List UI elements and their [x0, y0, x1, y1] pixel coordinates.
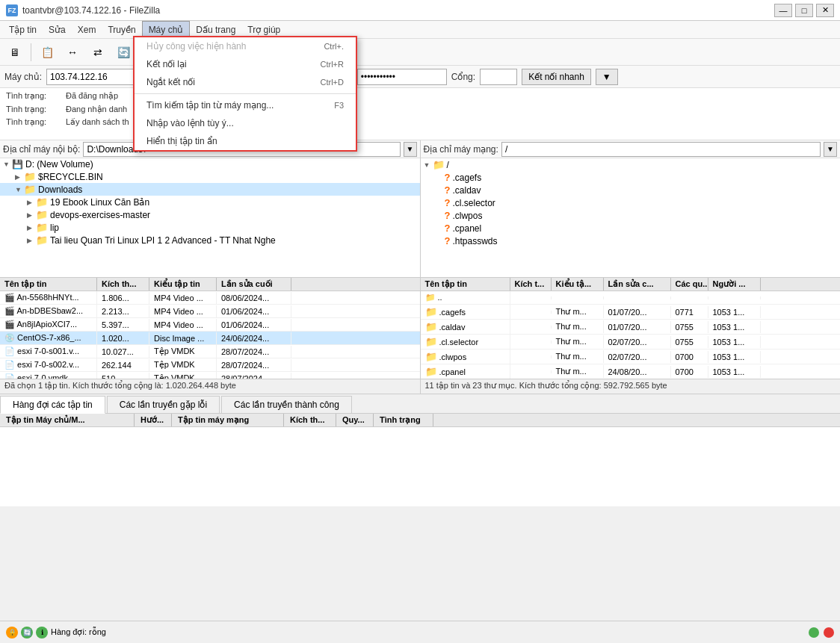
toolbar-open-manager[interactable]: 🖥	[3, 41, 27, 63]
tab-success[interactable]: Các lần truyền thành công	[221, 396, 352, 413]
local-file-3[interactable]: 🎬 An8jIApioXCI7... 5.397... MP4 Video ..…	[0, 318, 420, 332]
menu-search-file[interactable]: Tìm kiếm tập tin từ máy mạng... F3	[135, 96, 356, 114]
local-tree[interactable]: ▼ 💾 D: (New Volume) ▶ 📁 $RECYCLE.BIN ▼ 📁…	[0, 158, 420, 278]
remote-addr-input[interactable]	[501, 142, 821, 157]
local-file-1[interactable]: 🎬 An-5568hHNYt... 1.806... MP4 Video ...…	[0, 291, 420, 305]
host-input[interactable]	[46, 69, 143, 85]
transfer-col-remote[interactable]: Tập tin máy mạng	[172, 414, 284, 426]
menu-reconnect[interactable]: Kết nối lại Ctrl+R	[135, 55, 356, 73]
toolbar-sync[interactable]: ⇄	[86, 41, 110, 63]
toolbar-reconnect[interactable]: 🔄	[111, 41, 135, 63]
col-type-local[interactable]: Kiểu tập tin	[149, 278, 217, 291]
tree-expand-tailieu[interactable]: ▶	[27, 237, 36, 244]
remote-addr-dropdown[interactable]: ▼	[824, 142, 837, 157]
remote-file-parent[interactable]: 📁 ..	[421, 291, 841, 305]
menu-show-hidden[interactable]: Hiển thị tập tin ẩn	[135, 132, 356, 150]
col-owner-remote[interactable]: Người ...	[708, 278, 761, 291]
transfer-col-priority[interactable]: Quy...	[336, 414, 374, 426]
remote-file-clselector[interactable]: 📁 .cl.selector Thư m... 02/07/20... 0755…	[421, 335, 841, 350]
local-file-2[interactable]: 🎬 An-bDBESbaw2... 2.213... MP4 Video ...…	[0, 305, 420, 318]
tab-queue[interactable]: Hàng đợi các tập tin	[0, 396, 105, 414]
col-filename-local[interactable]: Tên tập tin	[0, 278, 97, 291]
question-icon-cpanel: ?	[445, 223, 451, 234]
local-addr-dropdown[interactable]: ▼	[404, 142, 417, 157]
tree-item-clselector[interactable]: ? .cl.selector	[421, 196, 841, 209]
tree-item-htpasswds[interactable]: ? .htpasswds	[421, 234, 841, 247]
minimize-button[interactable]: —	[774, 4, 792, 17]
port-input[interactable]	[480, 69, 517, 85]
tree-item-devops[interactable]: ▶ 📁 devops-exercises-master	[0, 208, 420, 221]
remote-tree[interactable]: ▼ 📁 / ? .cagefs ? .caldav ? .cl.selecto	[421, 158, 841, 278]
tree-item-ebook[interactable]: ▶ 📁 19 Ebook Linux Căn Bản	[0, 196, 420, 208]
menu-cancel-job[interactable]: Hủy công việc hiện hành Ctrl+.	[135, 37, 356, 55]
tree-item-lip[interactable]: ▶ 📁 lip	[0, 221, 420, 234]
menu-custom-command[interactable]: Nhập vào lệnh tùy ý...	[135, 114, 356, 132]
tree-item-d-drive[interactable]: ▼ 💾 D: (New Volume)	[0, 158, 420, 170]
folder-icon-recycle: 📁	[24, 171, 36, 182]
menu-edit[interactable]: Sửa	[43, 21, 72, 38]
app-icon: FZ	[6, 4, 18, 16]
connect-dropdown-button[interactable]: ▼	[596, 69, 618, 85]
lock-icon: 🔒	[6, 627, 18, 639]
menu-disconnect[interactable]: Ngắt kết nối Ctrl+D	[135, 73, 356, 91]
tab-errors[interactable]: Các lần truyền gặp lỗi	[107, 396, 220, 413]
transfer-col-server[interactable]: Tập tin Máy chủ/M...	[0, 414, 135, 426]
col-filename-remote[interactable]: Tên tập tin	[421, 278, 510, 291]
menu-view[interactable]: Xem	[72, 21, 102, 38]
tree-expand-root[interactable]: ▼	[424, 161, 433, 169]
local-file-6[interactable]: 📄 esxi 7-0-s002.v... 262.144 Tệp VMDK 28…	[0, 358, 420, 372]
status-line-3: Tình trạng: Lấy danh sách th	[6, 116, 834, 129]
tree-expand-devops[interactable]: ▶	[27, 211, 36, 219]
transfer-col-status[interactable]: Tình trạng	[374, 414, 433, 426]
tree-expand-ebook[interactable]: ▶	[27, 199, 36, 206]
local-file-7[interactable]: 📄 esxi 7-0.vmdk 510 Tệp VMDK 28/07/2024.…	[0, 372, 420, 379]
folder-icon-downloads: 📁	[24, 184, 36, 195]
toolbar-queue[interactable]: 📋	[35, 41, 59, 63]
col-type-remote[interactable]: Kiểu tậ...	[552, 278, 604, 291]
tree-expand-lip[interactable]: ▶	[27, 224, 36, 232]
tree-item-tailieu[interactable]: ▶ 📁 Tai lieu Quan Tri Linux LPI 1 2 Adva…	[0, 234, 420, 246]
transfer-col-size[interactable]: Kích th...	[284, 414, 336, 426]
server-dropdown-menu: Hủy công việc hiện hành Ctrl+. Kết nối l…	[133, 36, 357, 152]
folder-icon-lip: 📁	[36, 222, 48, 233]
tree-expand-d[interactable]: ▼	[3, 161, 12, 168]
tree-item-downloads[interactable]: ▼ 📁 Downloads	[0, 183, 420, 196]
tree-item-caldav[interactable]: ? .caldav	[421, 184, 841, 196]
toolbar-refresh[interactable]: ↔	[61, 41, 84, 63]
queue-status: Hàng đợi: rỗng	[51, 627, 106, 637]
col-modified-local[interactable]: Lần sửa cuối	[217, 278, 291, 291]
vmdk-icon-3: 📄	[4, 373, 15, 379]
local-file-4[interactable]: 💿 CentOS-7-x86_... 1.020... Disc Image .…	[0, 332, 420, 345]
toolbar-sep1	[31, 43, 31, 61]
tree-item-clwpos[interactable]: ? .clwpos	[421, 209, 841, 222]
local-status: Đã chọn 1 tập tin. Kích thước tổng cộng …	[0, 379, 420, 394]
remote-file-cpanel[interactable]: 📁 .cpanel Thư m... 24/08/20... 0700 1053…	[421, 364, 841, 379]
folder-icon-root: 📁	[433, 159, 445, 170]
col-modified-remote[interactable]: Lần sửa c...	[604, 278, 671, 291]
menu-file[interactable]: Tập tin	[3, 21, 43, 38]
local-file-5[interactable]: 📄 esxi 7-0-s001.v... 10.027... Tệp VMDK …	[0, 345, 420, 358]
menu-bar: Tập tin Sửa Xem Truyền Máy chủ Dấu trang…	[0, 21, 840, 39]
tree-expand-downloads[interactable]: ▼	[15, 186, 24, 193]
refresh-icon: 🔄	[21, 627, 33, 639]
remote-file-clwpos[interactable]: 📁 .clwpos Thư m... 02/07/20... 0700 1053…	[421, 350, 841, 364]
tree-item-cpanel[interactable]: ? .cpanel	[421, 222, 841, 234]
toolbar: 🖥 📋 ↔ ⇄ 🔄	[0, 39, 840, 66]
maximize-button[interactable]: □	[795, 4, 813, 17]
status-dot-red	[824, 627, 834, 638]
folder-icon-ebook: 📁	[36, 196, 48, 208]
tree-item-recycle[interactable]: ▶ 📁 $RECYCLE.BIN	[0, 170, 420, 183]
connect-button[interactable]: Kết nối nhanh	[522, 69, 591, 85]
col-perms-remote[interactable]: Các qu...	[671, 278, 708, 291]
pass-input[interactable]	[357, 69, 447, 85]
tree-item-root[interactable]: ▼ 📁 /	[421, 158, 841, 171]
close-button[interactable]: ✕	[816, 4, 834, 17]
transfer-col-dir[interactable]: Hướ...	[135, 414, 172, 426]
tree-expand-recycle[interactable]: ▶	[15, 173, 24, 181]
remote-file-cagefs[interactable]: 📁 .cagefs Thư m... 01/07/20... 0771 1053…	[421, 305, 841, 320]
question-icon-clwpos: ?	[445, 210, 451, 221]
tree-item-cagefs[interactable]: ? .cagefs	[421, 171, 841, 184]
remote-file-caldav[interactable]: 📁 .caldav Thư m... 01/07/20... 0755 1053…	[421, 320, 841, 335]
col-size-remote[interactable]: Kích t...	[510, 278, 552, 291]
col-size-local[interactable]: Kích th...	[97, 278, 149, 291]
